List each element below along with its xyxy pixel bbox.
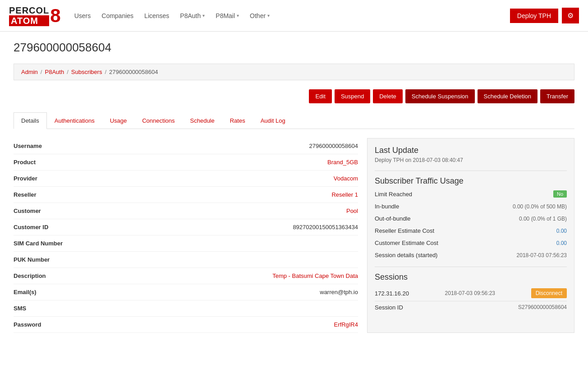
disconnect-button[interactable]: Disconnect (531, 288, 567, 298)
detail-row-username: Username 279600000058604 (14, 138, 358, 154)
sidebar: Last Update Deploy TPH on 2018-07-03 08:… (367, 138, 574, 333)
limit-reached-badge: No (553, 190, 567, 198)
detail-row-sms: SMS (14, 300, 358, 317)
detail-row-puk: PUK Number (14, 252, 358, 268)
main-layout: Username 279600000058604 Product Brand_5… (14, 138, 574, 333)
session-id-row: Session ID S279600000058604 (375, 301, 567, 314)
nav-other[interactable]: Other ▾ (250, 12, 270, 19)
traffic-title: Subscriber Traffic Usage (375, 176, 567, 186)
breadcrumb-p8auth[interactable]: P8Auth (45, 69, 64, 75)
gear-button[interactable]: ⚙ (562, 8, 579, 23)
delete-button[interactable]: Delete (373, 89, 403, 103)
tab-usage[interactable]: Usage (102, 112, 135, 129)
schedule-suspension-button[interactable]: Schedule Suspension (405, 89, 475, 103)
deploy-tph-button[interactable]: Deploy TPH (510, 9, 558, 23)
detail-row-sim: SIM Card Number (14, 235, 358, 252)
breadcrumb-admin[interactable]: Admin (21, 69, 38, 75)
nav-p8mail[interactable]: P8Mail ▾ (216, 12, 239, 19)
detail-row-reseller: Reseller Reseller 1 (14, 187, 358, 203)
tab-audit-log[interactable]: Audit Log (253, 112, 293, 129)
tab-rates[interactable]: Rates (222, 112, 253, 129)
tab-details[interactable]: Details (14, 112, 47, 129)
detail-row-customer: Customer Pool (14, 203, 358, 219)
last-update-subtitle: Deploy TPH on 2018-07-03 08:40:47 (375, 157, 567, 163)
nav-companies[interactable]: Companies (101, 12, 133, 19)
session-details-row: Session details (started) 2018-07-03 07:… (375, 249, 567, 261)
nav-users[interactable]: Users (74, 12, 91, 19)
p8auth-caret: ▾ (202, 13, 205, 18)
detail-row-provider: Provider Vodacom (14, 171, 358, 187)
logo: PERCOL ATOM 8 (9, 5, 61, 26)
other-caret: ▾ (267, 13, 270, 18)
sessions-title: Sessions (375, 272, 567, 282)
nav-p8auth[interactable]: P8Auth ▾ (180, 12, 205, 19)
nav-links: Users Companies Licenses P8Auth ▾ P8Mail… (74, 12, 510, 19)
reseller-cost-row: Reseller Estimate Cost 0.00 (375, 225, 567, 237)
page-content: 279600000058604 Admin / P8Auth / Subscri… (0, 32, 588, 342)
logo-atom: ATOM (9, 15, 49, 26)
nav-right: Deploy TPH ⚙ (510, 8, 579, 23)
edit-button[interactable]: Edit (309, 89, 331, 103)
breadcrumb-sep-1: / (41, 69, 42, 75)
tab-authentications[interactable]: Authentications (47, 112, 102, 129)
detail-row-product: Product Brand_5GB (14, 154, 358, 171)
in-bundle-row: In-bundle 0.00 (0.0% of 500 MB) (375, 200, 567, 212)
session-row: 172.31.16.20 2018-07-03 09:56:23 Disconn… (375, 286, 567, 301)
limit-reached-row: Limit Reached No (375, 188, 567, 200)
breadcrumb-subscribers[interactable]: Subscribers (71, 69, 102, 75)
page-title: 279600000058604 (14, 41, 574, 55)
last-update-title: Last Update (375, 146, 567, 155)
breadcrumb-current: 279600000058604 (109, 69, 158, 75)
tabs: Details Authentications Usage Connection… (14, 112, 574, 129)
nav-licenses[interactable]: Licenses (144, 12, 169, 19)
tab-schedule[interactable]: Schedule (183, 112, 222, 129)
breadcrumb-sep-2: / (67, 69, 69, 75)
details-section: Username 279600000058604 Product Brand_5… (14, 138, 358, 333)
logo-icon: 8 (50, 6, 60, 25)
sidebar-divider-2 (375, 267, 567, 267)
breadcrumb: Admin / P8Auth / Subscribers / 279600000… (14, 64, 574, 80)
customer-cost-row: Customer Estimate Cost 0.00 (375, 237, 567, 249)
sidebar-divider-1 (375, 171, 567, 171)
tab-connections[interactable]: Connections (134, 112, 182, 129)
logo-percol: PERCOL (9, 5, 49, 15)
out-of-bundle-row: Out-of-bundle 0.00 (0.0% of 1 GB) (375, 212, 567, 225)
breadcrumb-sep-3: / (105, 69, 106, 75)
detail-row-customer-id: Customer ID 89270200150051363434 (14, 219, 358, 235)
schedule-deletion-button[interactable]: Schedule Deletion (478, 89, 538, 103)
detail-row-description: Description Temp - Batsumi Cape Town Dat… (14, 268, 358, 284)
navbar: PERCOL ATOM 8 Users Companies Licenses P… (0, 0, 588, 32)
suspend-button[interactable]: Suspend (335, 89, 370, 103)
p8mail-caret: ▾ (237, 13, 239, 18)
detail-row-password: Password ErfRgIR4 (14, 317, 358, 333)
action-buttons: Edit Suspend Delete Schedule Suspension … (14, 89, 574, 103)
transfer-button[interactable]: Transfer (540, 89, 574, 103)
detail-row-emails: Email(s) warren@tph.io (14, 284, 358, 300)
